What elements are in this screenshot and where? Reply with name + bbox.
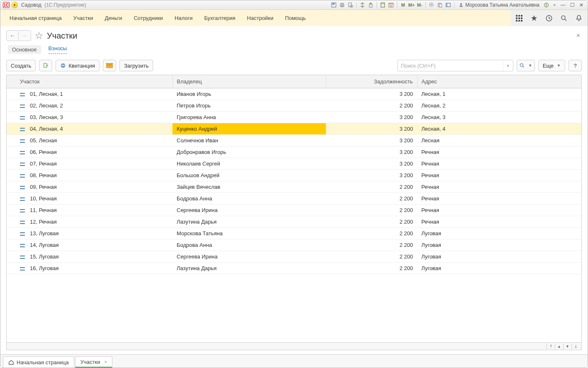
table-row[interactable]: 15, ЛуговаяСергеева Ирина2 200Луговая <box>7 251 581 263</box>
main-menu-item-7[interactable]: Помощь <box>279 10 311 26</box>
memory-m-button[interactable]: M <box>400 2 406 8</box>
preview-icon[interactable] <box>347 2 354 8</box>
receipt-button[interactable]: Квитанция <box>56 60 100 71</box>
main-menu-right-tools <box>510 10 588 26</box>
search-clear-button[interactable]: × <box>503 60 513 71</box>
main-menu-item-2[interactable]: Деньги <box>99 10 128 26</box>
svg-rect-1 <box>333 3 335 5</box>
create-button-label: Создать <box>11 63 31 69</box>
row-icon <box>20 221 25 224</box>
row-icon <box>20 151 25 154</box>
search-icon[interactable] <box>560 15 568 22</box>
export-icon[interactable] <box>367 2 374 8</box>
email-button[interactable] <box>103 60 116 71</box>
table-row[interactable]: 08, РечнаяБольшов Андрей3 200Речная <box>7 170 581 181</box>
plots-table-wrap: Участок Владелец Задолженность Адрес 01,… <box>6 75 582 350</box>
app-menu-dropdown[interactable]: ▼ <box>11 2 18 8</box>
main-menu-item-6[interactable]: Настройки <box>241 10 279 26</box>
table-nav-top-button[interactable]: ⤒ <box>547 344 555 349</box>
info-dropdown-icon[interactable]: ▾ <box>551 2 558 8</box>
zoom-in-icon[interactable] <box>428 2 435 8</box>
table-row[interactable]: 02, Лесная, 2Петров Игорь2 200Лесная, 2 <box>7 100 581 112</box>
notifications-bell-icon[interactable] <box>575 15 583 22</box>
help-button-label: ? <box>573 63 576 69</box>
print-icon[interactable] <box>339 2 345 8</box>
info-icon[interactable]: ⓘ <box>543 2 549 8</box>
row-icon <box>20 163 25 166</box>
main-menu-item-0[interactable]: Начальная страница <box>4 10 68 26</box>
svg-text:31: 31 <box>390 5 392 7</box>
bottom-tab-plots[interactable]: Участки × <box>75 356 112 368</box>
compare-icon[interactable] <box>359 2 366 8</box>
content-area: ← → Участки × Основное Взносы Создать Кв… <box>0 26 588 354</box>
favorite-star-icon[interactable] <box>34 31 44 40</box>
subtab-fees[interactable]: Взносы <box>49 45 67 54</box>
search-input[interactable] <box>398 63 503 69</box>
bottom-tab-plots-close[interactable]: × <box>104 359 107 364</box>
search-dropdown-button[interactable]: ▼ <box>517 60 535 71</box>
table-row[interactable]: 03, Лесная, 3Григорева Анна3 200Лесная, … <box>7 112 581 123</box>
table-nav-down-button[interactable]: ▼ <box>563 344 571 349</box>
row-icon <box>20 116 25 119</box>
minimize-button[interactable]: — <box>559 2 567 8</box>
table-nav-bottom-button[interactable]: ⤓ <box>571 344 580 349</box>
help-button[interactable]: ? <box>569 60 582 71</box>
main-menu-item-5[interactable]: Бухгалтерия <box>198 10 241 26</box>
app-title: Садовод (1С:Предприятие) <box>21 2 86 8</box>
table-row[interactable]: 10, РечнаяБодрова Анна2 200Речная <box>7 193 581 205</box>
row-icon <box>20 174 25 178</box>
svg-rect-5 <box>349 3 352 7</box>
table-row[interactable]: 11, РечнаяСергеева Ирина2 200Речная <box>7 205 581 216</box>
svg-rect-3 <box>341 3 343 5</box>
svg-rect-17 <box>446 3 448 7</box>
nav-forward-button[interactable]: → <box>19 30 31 41</box>
main-menu-item-1[interactable]: Участки <box>68 10 99 26</box>
table-row[interactable]: 14, ЛуговаяБодрова Анна2 200Луговая <box>7 239 581 251</box>
svg-point-18 <box>460 3 462 5</box>
col-debt-header[interactable]: Задолженность <box>326 75 417 88</box>
maximize-button[interactable]: ☐ <box>569 2 576 8</box>
upload-button[interactable]: Загрузить <box>119 60 153 71</box>
titlebar-left: 1C ▼ <box>3 2 18 8</box>
memory-m-plus-button[interactable]: M+ <box>408 2 415 8</box>
row-icon <box>20 256 25 259</box>
table-row[interactable]: 09, РечнаяЗайцев Вячеслав2 200Речная <box>7 181 581 193</box>
nav-back-button[interactable]: ← <box>6 30 19 41</box>
page-close-button[interactable]: × <box>575 32 582 39</box>
close-button[interactable]: ✕ <box>578 2 585 8</box>
table-row[interactable]: 13, ЛуговаяМорскова Татьяна2 200Луговая <box>7 228 581 239</box>
table-row[interactable]: 12, РечнаяЛазутина Дарья2 200Речная <box>7 216 581 228</box>
table-row[interactable]: 07, РечнаяНиколаев Сергей3 200Речная <box>7 158 581 170</box>
calendar-icon[interactable]: 31 <box>388 2 394 8</box>
apps-grid-icon[interactable] <box>515 15 523 22</box>
more-button[interactable]: Еще▼ <box>538 60 565 71</box>
table-row[interactable]: 04, Лесная, 4Куценко Андрей3 200Лесная, … <box>7 123 581 135</box>
bottom-tab-plots-label: Участки <box>80 359 100 365</box>
copy-icon[interactable] <box>437 2 443 8</box>
col-address-header[interactable]: Адрес <box>417 75 581 88</box>
row-icon <box>20 128 25 131</box>
subtab-main[interactable]: Основное <box>8 45 41 54</box>
table-row[interactable]: 16, ЛуговаяЛазутина Дарья2 200Луговая <box>7 263 581 274</box>
refresh-button[interactable] <box>39 60 52 71</box>
col-plot-header[interactable]: Участок <box>7 75 173 88</box>
panel-icon[interactable] <box>445 2 452 8</box>
table-row[interactable]: 05, ЛеснаяСолнечнов Иван3 200Лесная <box>7 135 581 146</box>
table-nav-up-button[interactable]: ▲ <box>555 344 563 349</box>
save-icon[interactable] <box>330 2 337 8</box>
table-row[interactable]: 06, РечнаяДобронравов Игорь3 200Речная <box>7 146 581 158</box>
col-owner-header[interactable]: Владелец <box>173 75 326 88</box>
favorites-star-icon[interactable] <box>530 15 538 22</box>
main-menu-item-3[interactable]: Сотрудники <box>128 10 168 26</box>
main-menu-item-4[interactable]: Налоги <box>169 10 199 26</box>
svg-rect-15 <box>439 4 442 7</box>
memory-m-minus-button[interactable]: M- <box>416 2 423 8</box>
bottom-tab-home[interactable]: Начальная страница <box>3 356 74 368</box>
svg-point-26 <box>520 63 523 66</box>
table-row[interactable]: 01, Лесная, 1Иванов Игорь3 200Лесная, 1 <box>7 88 581 100</box>
create-button[interactable]: Создать <box>6 60 36 71</box>
history-icon[interactable] <box>545 15 553 22</box>
magnifier-icon <box>519 63 525 68</box>
calculator-icon[interactable] <box>379 2 386 8</box>
current-user[interactable]: Морозова Татьяна Анатольевна <box>459 2 539 8</box>
